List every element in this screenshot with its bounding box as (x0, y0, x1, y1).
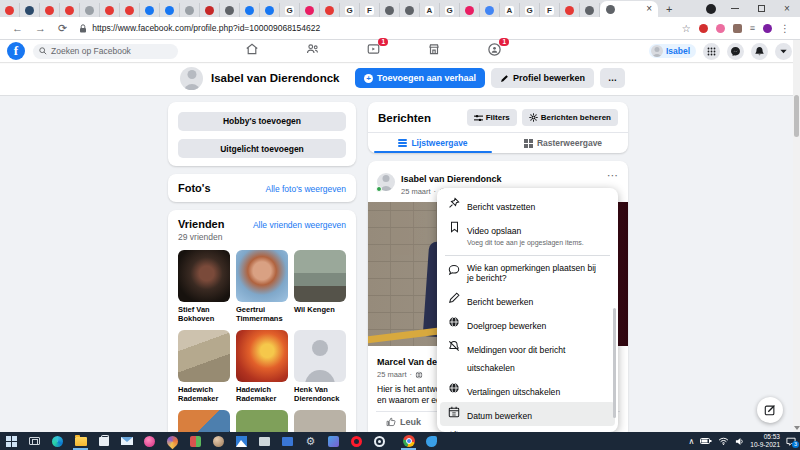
bookmark-star-icon[interactable]: ☆ (682, 23, 691, 34)
watch-tab[interactable]: 1 (366, 42, 381, 60)
friend-name[interactable]: Geertrui Timmermans (236, 305, 288, 323)
browser-tab[interactable]: F (540, 3, 560, 17)
browser-tab[interactable]: G (340, 3, 360, 17)
refresh-icon[interactable]: ⟳ (58, 22, 67, 35)
profile-chip[interactable]: Isabel (649, 44, 696, 58)
browser-tab[interactable] (460, 3, 480, 17)
profile-more-button[interactable]: … (600, 68, 625, 88)
browser-tab[interactable] (260, 3, 280, 17)
extension-icon[interactable] (699, 24, 708, 33)
shared-post-author[interactable]: Marcel Van de L (377, 357, 445, 367)
friends-tab[interactable] (305, 42, 320, 60)
search-input[interactable]: Zoeken op Facebook (33, 44, 178, 59)
filters-button[interactable]: Filters (467, 109, 517, 126)
window-close-button[interactable]: × (774, 0, 800, 17)
extension-icon[interactable] (716, 24, 725, 33)
taskbar-app[interactable] (368, 432, 391, 450)
action-center-button[interactable]: 3 (786, 437, 796, 446)
menu-item-who-can-comment[interactable]: Wie kan opmerkingen plaatsen bij je beri… (440, 260, 615, 289)
notifications-button[interactable] (751, 43, 768, 60)
browser-tab[interactable] (40, 3, 60, 17)
browser-tab[interactable] (480, 3, 500, 17)
browser-tab[interactable] (160, 3, 180, 17)
post-author-name[interactable]: Isabel van Dierendonck (401, 174, 502, 184)
menu-item-turn-off-notifications[interactable]: Meldingen voor dit bericht uitschakelen (440, 336, 615, 378)
friend-item[interactable]: Wil Kengen (294, 250, 346, 323)
browser-tab[interactable] (100, 3, 120, 17)
friend-item[interactable]: Hadewich Rademaker (178, 330, 230, 403)
address-field[interactable]: https://www.facebook.com/profile.php?id=… (79, 23, 682, 33)
menu-item-edit-post[interactable]: Bericht bewerken (440, 288, 615, 312)
edit-profile-button[interactable]: Profiel bewerken (491, 68, 594, 88)
friend-name[interactable]: Hadewich Rademaker (236, 385, 288, 403)
browser-tab[interactable] (300, 3, 320, 17)
start-button[interactable] (0, 432, 23, 450)
taskbar-edge[interactable] (46, 432, 69, 450)
window-maximize-button[interactable] (748, 0, 774, 17)
taskbar-chrome[interactable] (397, 432, 420, 450)
tray-expand-icon[interactable]: ∧ (689, 437, 695, 446)
see-all-friends-link[interactable]: Alle vrienden weergeven (253, 220, 346, 230)
add-hobbies-button[interactable]: Hobby's toevoegen (178, 112, 346, 131)
menu-item-save-video[interactable]: Video opslaan Voeg dit toe aan je opgesl… (440, 217, 615, 251)
marketplace-tab[interactable] (427, 42, 441, 60)
browser-tab[interactable]: G (520, 3, 540, 17)
browser-avatar-icon[interactable] (763, 24, 772, 33)
manage-posts-button[interactable]: Berichten beheren (522, 109, 618, 126)
taskbar-photos[interactable] (230, 432, 253, 450)
post-date[interactable]: 25 maart (401, 187, 431, 196)
browser-tab[interactable] (180, 3, 200, 17)
menu-item-edit-audience[interactable]: Doelgroep bewerken (440, 312, 615, 336)
extensions-puzzle-icon[interactable] (733, 24, 742, 33)
browser-tab[interactable] (120, 3, 140, 17)
friend-name[interactable]: Hadewich Rademaker (178, 385, 230, 403)
reading-list-icon[interactable]: ≡ (750, 23, 755, 33)
system-clock[interactable]: 05:53 10-9-2021 (750, 433, 780, 449)
taskbar-app[interactable] (184, 432, 207, 450)
browser-tab[interactable]: F (360, 3, 380, 17)
taskbar-mail[interactable] (115, 432, 138, 450)
new-tab-button[interactable]: + (666, 3, 672, 15)
browser-menu-icon[interactable]: ⋮ (780, 23, 790, 34)
friend-item[interactable]: Geertrui Timmermans (236, 250, 288, 323)
account-menu-button[interactable] (775, 43, 792, 60)
page-scrollbar[interactable] (793, 40, 800, 432)
browser-tab[interactable] (240, 3, 260, 17)
menu-scrollbar[interactable] (613, 308, 616, 418)
browser-tab[interactable] (560, 3, 580, 17)
browser-tab[interactable] (400, 3, 420, 17)
profile-avatar[interactable] (180, 67, 203, 90)
see-all-photos-link[interactable]: Alle foto's weergeven (265, 184, 346, 194)
taskbar-app[interactable] (345, 432, 368, 450)
browser-tab[interactable] (140, 3, 160, 17)
compose-fab-button[interactable] (757, 397, 783, 423)
home-tab[interactable] (245, 42, 259, 60)
browser-profile-icon[interactable] (706, 4, 716, 14)
friend-item[interactable]: Stief Van Bokhoven (178, 250, 230, 323)
taskbar-store[interactable] (92, 432, 115, 450)
back-icon[interactable]: ← (12, 22, 23, 34)
browser-tab[interactable]: G (440, 3, 460, 17)
browser-tab[interactable] (200, 3, 220, 17)
taskbar-file-explorer[interactable] (69, 432, 92, 450)
like-button[interactable]: Leuk (386, 417, 421, 427)
friend-name[interactable]: Stief Van Bokhoven (178, 305, 230, 323)
add-story-button[interactable]: + Toevoegen aan verhaal (355, 68, 485, 88)
speaker-icon[interactable] (735, 437, 744, 446)
taskbar-app[interactable] (253, 432, 276, 450)
taskbar-app[interactable] (322, 432, 345, 450)
friend-item[interactable]: Hadewich Rademaker (236, 330, 288, 403)
browser-tab[interactable] (580, 3, 600, 17)
wifi-icon[interactable] (718, 437, 729, 445)
browser-tab[interactable] (220, 3, 240, 17)
messenger-button[interactable] (727, 43, 744, 60)
forward-icon[interactable]: → (35, 22, 46, 34)
task-view-button[interactable] (23, 432, 46, 450)
taskbar-app[interactable] (161, 432, 184, 450)
taskbar-app[interactable] (420, 432, 443, 450)
post-author-avatar[interactable] (377, 173, 395, 191)
browser-tab[interactable] (380, 3, 400, 17)
add-featured-button[interactable]: Uitgelicht toevoegen (178, 139, 346, 158)
taskbar-app[interactable] (207, 432, 230, 450)
taskbar-app[interactable] (138, 432, 161, 450)
